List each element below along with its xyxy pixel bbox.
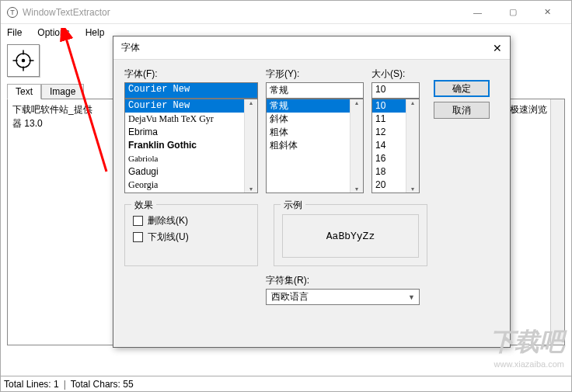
- sample-label: 示例: [281, 199, 305, 212]
- status-chars-value: 55: [123, 379, 133, 390]
- close-button[interactable]: ✕: [530, 1, 565, 24]
- charset-dropdown[interactable]: 西欧语言 ▼: [266, 289, 420, 305]
- checkbox-icon: [133, 232, 143, 242]
- menu-options[interactable]: Options: [37, 27, 69, 38]
- cancel-button[interactable]: 取消: [434, 102, 490, 119]
- font-label: 字体(F):: [124, 68, 258, 81]
- style-input[interactable]: 常规: [266, 82, 364, 99]
- watermark: 下载吧 www.xiazaiba.com: [490, 325, 564, 369]
- checkbox-icon: [133, 216, 143, 226]
- font-item[interactable]: Gabriola: [125, 152, 257, 165]
- font-dialog: 字体 ✕ 字体(F): Courier New Courier New Deja…: [113, 36, 511, 348]
- svg-point-1: [22, 59, 26, 63]
- scrollbar[interactable]: [244, 99, 257, 193]
- title-bar: T WindowTextExtractor — ▢ ✕: [1, 1, 571, 24]
- app-icon: T: [7, 7, 18, 18]
- status-chars-label: Total Chars:: [71, 379, 120, 390]
- minimize-button[interactable]: —: [460, 1, 495, 24]
- tab-image[interactable]: Image: [41, 84, 84, 99]
- dialog-close-button[interactable]: ✕: [493, 42, 502, 54]
- tab-text[interactable]: Text: [7, 84, 41, 99]
- watermark-url: www.xiazaiba.com: [490, 359, 564, 369]
- sample-preview: AaBbYyZz: [282, 214, 419, 258]
- size-input[interactable]: 10: [371, 82, 420, 99]
- style-item[interactable]: 粗斜体: [267, 139, 363, 152]
- scrollbar[interactable]: [350, 99, 363, 193]
- extracted-text-left: 下载吧软件站_提供 器 13.0: [12, 104, 92, 129]
- font-item[interactable]: Georgia: [125, 179, 257, 192]
- menu-help[interactable]: Help: [85, 27, 105, 38]
- crosshair-icon: [12, 49, 35, 72]
- maximize-button[interactable]: ▢: [495, 1, 530, 24]
- font-item[interactable]: DejaVu Math TeX Gyr: [125, 113, 257, 126]
- status-bar: Total Lines: 1 | Total Chars: 55: [1, 376, 571, 391]
- watermark-logo: 下载吧: [490, 325, 564, 359]
- scrollbar[interactable]: [406, 99, 419, 193]
- size-list[interactable]: 10 11 12 14 16 18 20: [371, 99, 420, 193]
- font-item[interactable]: Gadugi: [125, 165, 257, 179]
- font-input[interactable]: Courier New: [124, 82, 258, 99]
- font-item[interactable]: Courier New: [125, 99, 257, 113]
- style-item[interactable]: 斜体: [267, 113, 363, 126]
- effects-label: 效果: [131, 199, 156, 212]
- chevron-down-icon: ▼: [406, 293, 417, 301]
- underline-checkbox[interactable]: 下划线(U): [133, 231, 249, 244]
- font-item[interactable]: Ebrima: [125, 126, 257, 139]
- extracted-text-right: 极速浏览: [510, 102, 547, 116]
- effects-group: 效果 删除线(K) 下划线(U): [124, 204, 258, 266]
- font-list[interactable]: Courier New DejaVu Math TeX Gyr Ebrima F…: [124, 99, 258, 193]
- strikeout-checkbox[interactable]: 删除线(K): [133, 214, 249, 227]
- style-item[interactable]: 粗体: [267, 126, 363, 139]
- sample-group: 示例 AaBbYyZz: [274, 204, 427, 266]
- font-item[interactable]: Franklin Gothic: [125, 139, 257, 152]
- charset-label: 字符集(R):: [266, 274, 420, 287]
- style-list[interactable]: 常规 斜体 粗体 粗斜体: [266, 99, 364, 193]
- status-lines-label: Total Lines:: [4, 379, 51, 390]
- target-picker-button[interactable]: [7, 44, 40, 77]
- window-controls: — ▢ ✕: [460, 1, 565, 24]
- menu-file[interactable]: File: [7, 27, 22, 38]
- status-lines-value: 1: [54, 379, 59, 390]
- ok-button[interactable]: 确定: [434, 80, 490, 97]
- dialog-title-bar: 字体 ✕: [113, 36, 510, 60]
- dialog-title: 字体: [121, 41, 140, 54]
- window-title: WindowTextExtractor: [23, 7, 460, 18]
- style-label: 字形(Y):: [266, 68, 364, 81]
- size-label: 大小(S):: [371, 68, 420, 81]
- style-item[interactable]: 常规: [267, 99, 363, 113]
